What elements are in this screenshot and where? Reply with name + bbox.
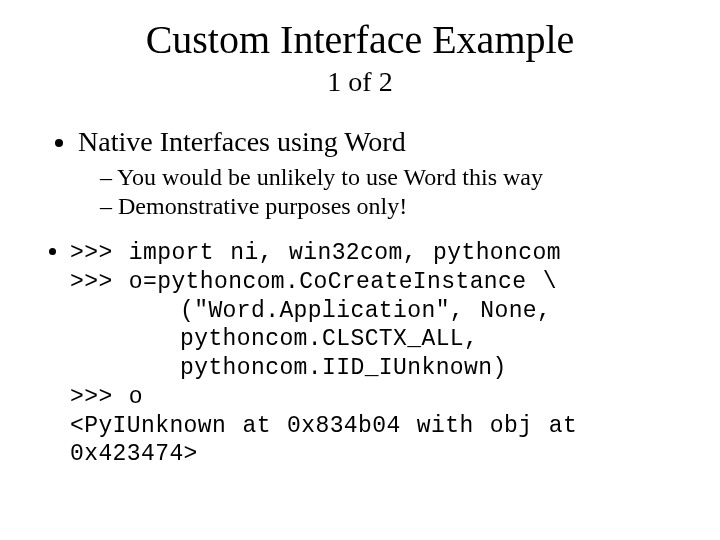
slide-title: Custom Interface Example (50, 18, 670, 62)
code-line: >>> import ni, win32com, pythoncom (70, 240, 561, 266)
code-bullet-item: >>> import ni, win32com, pythoncom >>> o… (70, 238, 670, 469)
code-line: pythoncom.CLSCTX_ALL, (70, 325, 670, 354)
slide: Custom Interface Example 1 of 2 Native I… (0, 0, 720, 540)
sub-bullet-item: You would be unlikely to use Word this w… (100, 164, 670, 191)
code-line: >>> o (70, 384, 143, 410)
code-line: pythoncom.IID_IUnknown) (70, 354, 670, 383)
bullet-text: Native Interfaces using Word (78, 126, 406, 157)
sub-bullet-item: Demonstrative purposes only! (100, 193, 670, 220)
sub-list: You would be unlikely to use Word this w… (78, 164, 670, 220)
bullet-list: Native Interfaces using Word You would b… (50, 126, 670, 220)
code-line: >>> o=pythoncom.CoCreateInstance \ (70, 269, 557, 295)
code-line: <PyIUnknown at 0x834b04 with obj at 0x42… (70, 413, 593, 468)
code-bullet-list: >>> import ni, win32com, pythoncom >>> o… (50, 238, 670, 469)
slide-subtitle: 1 of 2 (50, 66, 670, 98)
bullet-item: Native Interfaces using Word You would b… (78, 126, 670, 220)
code-line: ("Word.Application", None, (70, 297, 670, 326)
code-block: >>> import ni, win32com, pythoncom >>> o… (70, 239, 670, 469)
